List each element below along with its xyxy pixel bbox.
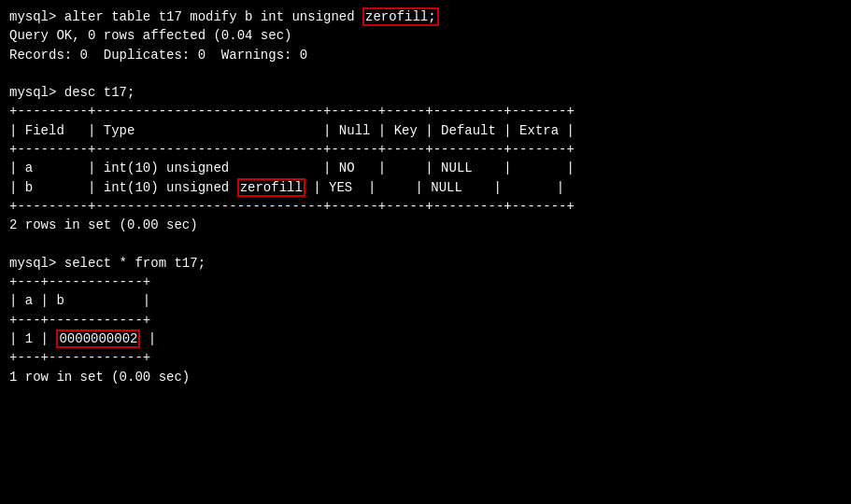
records-line: Records: 0 Duplicates: 0 Warnings: 0 xyxy=(9,46,842,64)
highlight-zerofill-value: 0000000002 xyxy=(56,329,140,348)
terminal-window: mysql> alter table t17 modify b int unsi… xyxy=(9,7,842,386)
select-sep-3: +---+------------+ xyxy=(9,348,842,367)
cmd-line-1: mysql> alter table t17 modify b int unsi… xyxy=(9,7,842,26)
desc-cmd-line: mysql> desc t17; xyxy=(9,83,842,102)
data-row-pre: | 1 | xyxy=(9,331,56,346)
row-count-2: 1 row in set (0.00 sec) xyxy=(9,368,842,386)
table-sep-2: +---------+-----------------------------… xyxy=(9,140,842,159)
select-header: | a | b | xyxy=(9,291,842,310)
row-b-after: | YES | | NULL | | xyxy=(305,180,564,195)
blank-line-2 xyxy=(9,235,842,254)
select-sep-1: +---+------------+ xyxy=(9,273,842,291)
table-sep-3: +---------+-----------------------------… xyxy=(9,197,842,216)
highlight-zerofill-cmd: zerofill; xyxy=(362,7,439,26)
blank-line-1 xyxy=(9,64,842,83)
row-b-pre: | b | int(10) unsigned xyxy=(9,180,237,195)
highlight-zerofill-type: zerofill xyxy=(237,178,305,197)
table-row-b: | b | int(10) unsigned zerofill | YES | … xyxy=(9,178,842,197)
table-row-a: | a | int(10) unsigned | NO | | NULL | | xyxy=(9,159,842,177)
select-cmd-line: mysql> select * from t17; xyxy=(9,254,842,273)
row-count-1: 2 rows in set (0.00 sec) xyxy=(9,216,842,234)
table-header: | Field | Type | Null | Key | Default | … xyxy=(9,121,842,140)
data-row-after: | xyxy=(140,331,156,346)
select-data-row: | 1 | 0000000002 | xyxy=(9,329,842,348)
cmd-text-1: mysql> alter table t17 modify b int unsi… xyxy=(9,9,362,24)
table-sep-1: +---------+-----------------------------… xyxy=(9,102,842,120)
select-sep-2: +---+------------+ xyxy=(9,311,842,329)
query-ok-line: Query OK, 0 rows affected (0.04 sec) xyxy=(9,26,842,45)
